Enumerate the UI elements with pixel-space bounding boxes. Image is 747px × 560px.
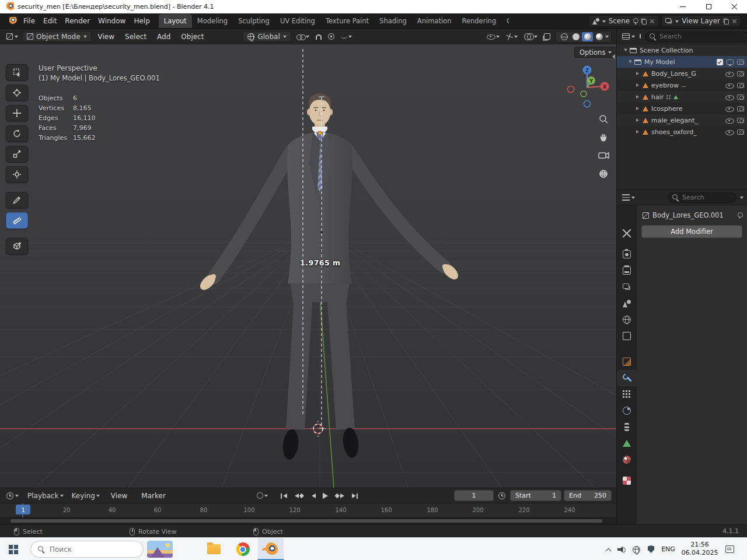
play-reverse-button[interactable] bbox=[310, 492, 317, 499]
jump-to-start-button[interactable] bbox=[279, 492, 289, 500]
disclosure-icon[interactable] bbox=[636, 118, 641, 122]
tab-output[interactable] bbox=[617, 262, 637, 279]
camera-icon[interactable] bbox=[737, 94, 744, 100]
view-layer-selector[interactable]: View Layer bbox=[661, 15, 741, 27]
tab-world[interactable] bbox=[617, 312, 637, 328]
eye-icon[interactable] bbox=[725, 93, 734, 100]
keying-menu[interactable]: Keying bbox=[71, 491, 101, 501]
select-box-tool[interactable] bbox=[6, 64, 28, 80]
tab-object[interactable] bbox=[617, 354, 637, 370]
outliner-row-body-lores[interactable]: Body_Lores_G bbox=[617, 68, 747, 79]
tab-animation[interactable]: Animation bbox=[412, 14, 457, 28]
tab-object-data[interactable] bbox=[617, 435, 637, 452]
menu-add[interactable]: Add bbox=[153, 31, 174, 43]
frame-start-field[interactable]: Start 1 bbox=[510, 490, 561, 501]
outliner-search-input[interactable] bbox=[659, 33, 744, 40]
close-button[interactable] bbox=[721, 0, 747, 13]
camera-icon[interactable] bbox=[737, 118, 744, 123]
tab-compositing[interactable]: Compos bbox=[501, 14, 509, 28]
tab-modifiers[interactable] bbox=[617, 370, 637, 386]
disclosure-icon[interactable] bbox=[629, 61, 632, 65]
outliner-row-male-elegant[interactable]: male_elegant_ bbox=[617, 114, 747, 126]
pin-icon[interactable] bbox=[633, 18, 638, 24]
sidebar-open-arrow[interactable] bbox=[610, 54, 615, 59]
tab-constraints[interactable] bbox=[617, 419, 637, 435]
taskbar-search[interactable] bbox=[30, 541, 144, 558]
tab-uv-editing[interactable]: UV Editing bbox=[275, 14, 320, 28]
tab-collection[interactable] bbox=[617, 328, 637, 344]
tab-material[interactable] bbox=[617, 452, 637, 468]
disclosure-icon[interactable] bbox=[636, 72, 641, 75]
rotate-tool[interactable] bbox=[6, 125, 28, 142]
outliner-search[interactable] bbox=[645, 32, 747, 42]
xray-toggle[interactable] bbox=[543, 32, 551, 41]
cursor-tool[interactable] bbox=[6, 85, 28, 101]
tab-texture[interactable] bbox=[617, 473, 637, 489]
network-icon[interactable] bbox=[633, 546, 640, 554]
camera-icon[interactable] bbox=[737, 83, 744, 88]
tab-tool[interactable] bbox=[617, 225, 637, 242]
duplicate-icon[interactable] bbox=[642, 19, 647, 24]
screen-icon[interactable] bbox=[727, 60, 734, 65]
menu-edit[interactable]: Edit bbox=[39, 15, 61, 27]
object-types-visibility-dropdown[interactable] bbox=[486, 32, 501, 41]
tab-rendering[interactable]: Rendering bbox=[456, 14, 501, 28]
outliner-editor-selector[interactable] bbox=[620, 33, 637, 40]
notification-center-icon[interactable] bbox=[725, 545, 734, 553]
display-mode-icon[interactable] bbox=[640, 34, 641, 38]
wireframe-shading-button[interactable] bbox=[558, 32, 570, 41]
properties-search-input[interactable] bbox=[682, 194, 732, 201]
camera-icon[interactable] bbox=[737, 106, 744, 111]
camera-icon[interactable] bbox=[737, 60, 744, 65]
timeline-ruler[interactable]: 1 20 40 60 80 100 120 140 160 180 200 22… bbox=[0, 503, 616, 517]
timeline-editor-selector[interactable] bbox=[5, 492, 20, 499]
timeline-scrollbar[interactable] bbox=[0, 517, 616, 524]
tab-texture-paint[interactable]: Texture Paint bbox=[320, 14, 374, 28]
measure-tool[interactable] bbox=[6, 212, 28, 229]
falloff-dropdown[interactable] bbox=[340, 33, 353, 40]
play-button[interactable] bbox=[322, 492, 329, 499]
properties-search[interactable] bbox=[668, 192, 736, 203]
tab-render[interactable] bbox=[617, 246, 637, 262]
eye-icon[interactable] bbox=[725, 128, 734, 135]
add-modifier-button[interactable]: Add Modifier bbox=[641, 225, 742, 238]
checkbox-icon[interactable] bbox=[717, 59, 723, 65]
scrollbar-handle[interactable] bbox=[11, 519, 602, 523]
volume-icon[interactable] bbox=[617, 546, 626, 553]
solid-shading-button[interactable] bbox=[570, 32, 581, 41]
frame-end-field[interactable]: End 250 bbox=[564, 490, 612, 501]
menu-select[interactable]: Select bbox=[121, 31, 151, 43]
marker-menu[interactable]: Marker bbox=[137, 490, 169, 502]
menu-object[interactable]: Object bbox=[177, 31, 208, 43]
material-preview-button[interactable] bbox=[582, 32, 593, 41]
prev-keyframe-button[interactable] bbox=[293, 492, 306, 499]
outliner-row-scene-collection[interactable]: Scene Collection bbox=[617, 44, 747, 56]
eye-icon[interactable] bbox=[725, 82, 734, 89]
disclosure-icon[interactable] bbox=[636, 107, 641, 110]
eye-icon[interactable] bbox=[725, 105, 734, 112]
snapping-dropdown[interactable] bbox=[295, 33, 310, 41]
eye-icon[interactable] bbox=[725, 70, 734, 77]
outliner-row-hair[interactable]: hair bbox=[617, 91, 747, 103]
annotate-tool[interactable] bbox=[6, 192, 28, 208]
menu-window[interactable]: Window bbox=[94, 15, 130, 27]
camera-icon[interactable] bbox=[737, 130, 744, 135]
proportional-editing-toggle[interactable] bbox=[327, 32, 336, 41]
outliner-row-my-model[interactable]: My Model bbox=[617, 56, 747, 68]
clock-tray[interactable]: 21:56 06.04.2025 bbox=[679, 541, 720, 557]
orientation-dropdown[interactable]: Global bbox=[243, 31, 291, 42]
tab-scene[interactable] bbox=[617, 295, 637, 312]
camera-icon[interactable] bbox=[737, 71, 744, 76]
jump-to-end-button[interactable] bbox=[350, 492, 360, 500]
disclosure-icon[interactable] bbox=[636, 83, 641, 87]
tab-layout[interactable]: Layout bbox=[159, 14, 192, 28]
tab-modeling[interactable]: Modeling bbox=[192, 14, 233, 28]
current-frame-marker[interactable]: 1 bbox=[16, 505, 30, 514]
pan-hand-icon[interactable] bbox=[601, 134, 606, 142]
tray-expand-icon[interactable] bbox=[606, 548, 612, 554]
scale-tool[interactable] bbox=[6, 146, 28, 162]
auto-keying-toggle[interactable] bbox=[256, 491, 269, 500]
disclosure-icon[interactable] bbox=[636, 95, 641, 99]
pin-icon[interactable] bbox=[737, 212, 742, 219]
disclosure-icon[interactable] bbox=[636, 130, 641, 134]
